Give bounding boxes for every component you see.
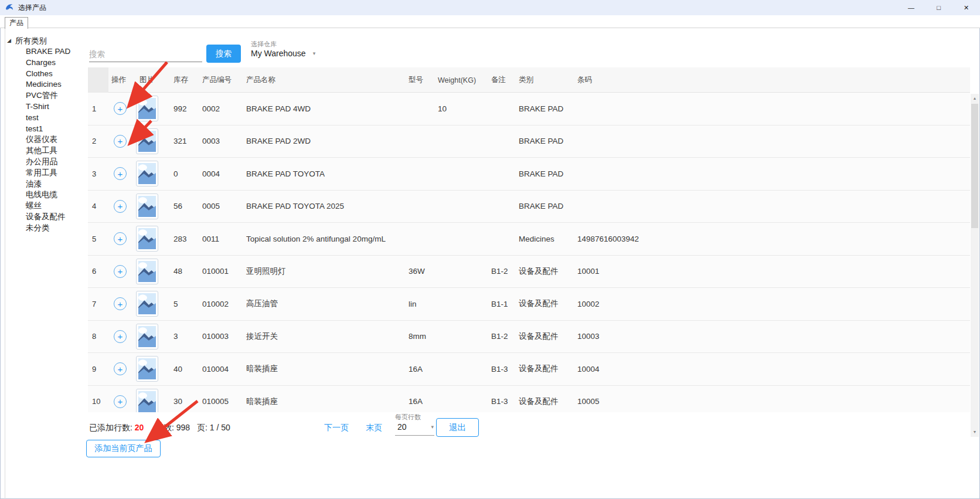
category-item[interactable]: 螺丝 [26,201,88,212]
product-image-thumbnail [136,259,158,284]
category-root[interactable]: ◢ 所有类别 [7,35,88,46]
add-row-button[interactable]: + [114,297,127,310]
cell-stock: 992 [170,104,199,113]
product-image-thumbnail [136,96,158,121]
warehouse-label: 选择仓库 [251,40,277,49]
search-button[interactable]: 搜索 [206,45,241,63]
column-header: 类别 [515,75,574,85]
rows-per-page-underline [395,435,434,436]
add-row-button[interactable]: + [114,200,127,213]
cell-category: 设备及配件 [515,266,574,277]
row-number: 6 [88,267,108,276]
cell-name: 高压油管 [243,298,405,309]
row-number: 1 [88,104,108,113]
cell-name: BRAKE PAD TOYOTA 2025 [243,202,405,211]
scroll-down-icon[interactable]: ▼ [971,428,979,436]
category-item[interactable]: T-Shirt [26,101,88,113]
content-border [5,28,5,499]
total-label: 总数: [155,423,174,432]
page-status: 页: 1 / 50 [197,423,230,433]
category-item[interactable]: 常用工具 [26,168,88,179]
cell-barcode: 10001 [574,267,970,276]
cell-code: 0003 [199,137,243,145]
category-item[interactable]: Medicines [26,79,88,90]
row-number: 8 [88,332,108,341]
cell-category: BRAKE PAD [515,137,574,145]
maximize-button[interactable]: □ [925,0,952,15]
table-body: 1+ 9920002BRAKE PAD 4WD10BRAKE PAD2+ 321… [88,93,970,412]
last-page-link[interactable]: 末页 [366,423,382,433]
total-value: 998 [176,423,190,432]
cell-note: B1-3 [488,365,515,374]
tab-bar: 产品 [0,15,980,28]
category-item[interactable]: 办公用品 [26,157,88,168]
add-row-button[interactable]: + [114,232,127,245]
rows-per-page-label: 每页行数 [395,413,421,422]
category-item[interactable]: 电线电缆 [26,189,88,201]
category-item[interactable]: 油漆 [26,179,88,190]
chevron-down-icon: ▾ [431,424,434,430]
add-row-button[interactable]: + [114,362,127,375]
product-table: 操作图片库存产品编号产品名称型号Weight(KG)备注类别条码 1+ 9920… [88,67,970,412]
category-item[interactable]: test1 [26,124,88,135]
add-row-button[interactable]: + [114,135,127,148]
add-row-button[interactable]: + [114,265,127,278]
rows-per-page-select[interactable]: 20 ▾ [397,422,434,432]
category-item[interactable]: BRAKE PAD [26,46,88,57]
category-item[interactable]: 其他工具 [26,145,88,157]
add-row-button[interactable]: + [114,330,127,343]
row-number: 10 [88,397,108,406]
add-current-page-button[interactable]: 添加当前页产品 [86,440,161,457]
category-item[interactable]: test [26,113,88,124]
vertical-scrollbar[interactable]: ▲ ▼ [971,94,979,437]
exit-button[interactable]: 退出 [436,418,479,437]
tab-products[interactable]: 产品 [5,17,28,29]
cell-category: BRAKE PAD [515,104,574,113]
search-input[interactable] [89,47,202,62]
cell-stock: 5 [170,300,199,308]
cell-model: lin [405,300,434,308]
row-number: 4 [88,202,108,211]
column-header: 备注 [488,75,515,85]
cell-category: 设备及配件 [515,364,574,374]
cell-stock: 48 [170,267,199,276]
cell-code: 0011 [199,235,243,243]
add-row-button[interactable]: + [114,395,127,408]
page-label: 页: [197,423,207,432]
close-button[interactable]: ✕ [952,0,980,15]
cell-note: B1-2 [488,332,515,341]
added-rows-count: 20 [135,423,144,432]
cell-note: B1-1 [488,300,515,308]
warehouse-select[interactable]: My Warehouse ▾ [251,49,315,58]
category-item[interactable]: 未分类 [26,223,88,234]
table-header: 操作图片库存产品编号产品名称型号Weight(KG)备注类别条码 [88,67,970,93]
cell-stock: 56 [170,202,199,211]
category-item[interactable]: Charges [26,57,88,69]
cell-stock: 3 [170,332,199,341]
add-row-button[interactable]: + [114,102,127,115]
cell-barcode: 14987616003942 [574,235,970,243]
table-row: 3+ 00004BRAKE PAD TOYOTABRAKE PAD [88,158,970,191]
cell-barcode: 10003 [574,332,970,341]
cell-model: 36W [405,267,434,276]
cell-code: 0005 [199,202,243,211]
minimize-button[interactable]: — [897,0,925,15]
tree-expander-icon[interactable]: ◢ [7,35,11,46]
cell-name: 暗装插座 [243,396,405,407]
add-row-button[interactable]: + [114,167,127,180]
cell-stock: 0 [170,169,199,178]
table-row: 9+ 40010004暗装插座16AB1-3设备及配件10004 [88,353,970,386]
category-item[interactable]: 设备及配件 [26,212,88,223]
product-image-thumbnail [136,194,158,219]
category-item[interactable]: 仪器仪表 [26,134,88,145]
next-page-link[interactable]: 下一页 [324,423,349,433]
warehouse-value: My Warehouse [251,49,306,58]
scrollbar-thumb[interactable] [971,104,978,228]
cell-code: 010001 [199,267,243,276]
added-rows-status: 已添加行数: 20 [89,423,144,433]
cell-model: 16A [405,397,434,406]
category-item[interactable]: PVC管件 [26,90,88,101]
category-item[interactable]: Clothes [26,69,88,80]
cell-category: BRAKE PAD [515,169,574,178]
scroll-up-icon[interactable]: ▲ [971,94,979,103]
